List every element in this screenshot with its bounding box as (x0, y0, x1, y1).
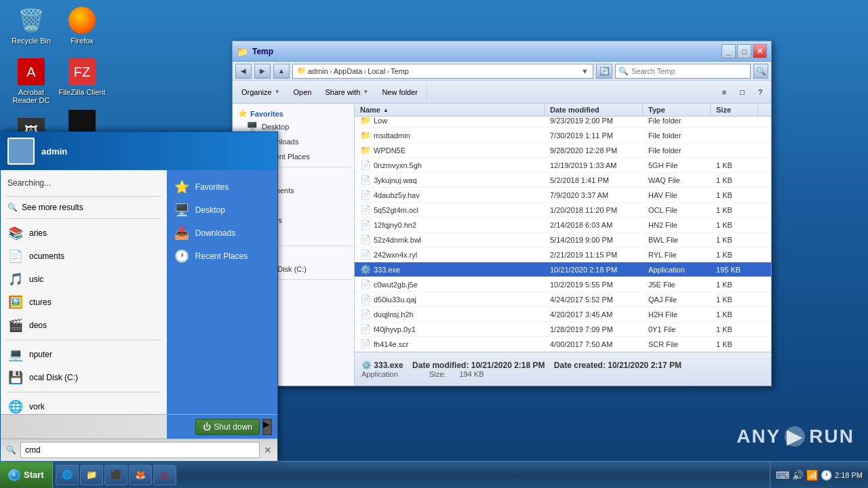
start-right-downloads[interactable]: 📥 Downloads (167, 222, 277, 245)
file-size-cell: 1 KB (711, 191, 758, 199)
ie-icon: 🌐 (62, 470, 73, 481)
file-row-4[interactable]: 📁 WPDN5E 9/28/2020 12:28 PM File folder (355, 143, 771, 158)
svg-point-0 (10, 471, 18, 479)
taskbar-ie-button[interactable]: 🌐 (56, 465, 79, 485)
explorer-window: 📁 Temp _ □ ✕ ◀ ▶ ▲ 📁 admin › AppData › (232, 41, 772, 386)
view-toggle-button[interactable]: □ (734, 83, 751, 101)
start-menu-item-pictures[interactable]: 🖼️ ctures (1, 291, 167, 314)
search-go-button[interactable]: 🔍 (753, 64, 768, 79)
shutdown-arrow-button[interactable]: ▶ (262, 419, 272, 435)
file-row-6[interactable]: 📄 3ykujnuj.waq 5/2/2018 1:41 PM WAQ File… (355, 173, 771, 188)
start-menu-item-computer[interactable]: 💻 nputer (1, 343, 167, 366)
tray-volume-icon[interactable]: 🔊 (792, 470, 804, 481)
file-row-8[interactable]: 📄 5q52gt4m.ocl 1/20/2018 11:20 PM OCL Fi… (355, 203, 771, 218)
file-row-2[interactable]: 📁 Low 9/23/2019 2:00 PM File folder (355, 117, 771, 128)
start-right-desktop[interactable]: 🖥️ Desktop (167, 199, 277, 222)
file-row-7[interactable]: 📄 4daubz5y.hav 7/9/2020 3:37 AM HAV File… (355, 188, 771, 203)
tray-time: 2:18 PM (835, 471, 863, 479)
taskbar-cmd-button[interactable]: ⬛ (104, 465, 127, 485)
file-name-cell: 📄 c0wut2gb.j5e (355, 279, 545, 289)
pictures-sm-icon: 🖼️ (7, 294, 24, 310)
col-header-name[interactable]: Name ▲ (355, 104, 545, 116)
file-row-14[interactable]: 📄 d50iu33u.qaj 4/24/2017 5:52 PM QAJ Fil… (355, 292, 771, 307)
name-sort-arrow-icon: ▲ (383, 107, 389, 113)
file-row-3[interactable]: 📁 msdtadmin 7/30/2019 1:11 PM File folde… (355, 128, 771, 143)
file-size-cell: 1 KB (711, 325, 758, 333)
new-folder-button[interactable]: New folder (376, 83, 424, 101)
clear-search-icon[interactable]: ✕ (264, 445, 272, 455)
start-right-favorites[interactable]: ⭐ Favorites (167, 176, 277, 199)
start-menu-item-documents[interactable]: 📄 ocuments (1, 245, 167, 268)
col-header-date[interactable]: Date modified (545, 104, 643, 116)
start-right-recent[interactable]: 🕐 Recent Places (167, 245, 277, 268)
file-date-cell: 5/2/2018 1:41 PM (545, 176, 643, 184)
up-button[interactable]: ▲ (273, 64, 290, 79)
file-row-13[interactable]: 📄 c0wut2gb.j5e 10/2/2019 5:55 PM J5E Fil… (355, 277, 771, 292)
desktop-icon-acrobat[interactable]: A Acrobat Reader DC (7, 58, 56, 104)
desktop-icon-firefox[interactable]: Firefox (58, 7, 106, 45)
start-search-input[interactable] (20, 442, 260, 458)
file-type-text: WAQ File (648, 176, 680, 184)
file-name-text: 3ykujnuj.waq (374, 176, 417, 184)
breadcrumb-appdata: AppData (334, 67, 363, 75)
start-button[interactable]: Start (0, 462, 53, 488)
file-size-text: 1 KB (716, 221, 732, 229)
minimize-button[interactable]: _ (722, 44, 736, 58)
start-menu-item-local-disk[interactable]: 💾 ocal Disk (C:) (1, 366, 167, 389)
file-date-text: 10/21/2020 2:18 PM (550, 266, 617, 274)
start-menu-item-music[interactable]: 🎵 usic (1, 268, 167, 291)
share-with-button[interactable]: Share with ▼ (319, 83, 374, 101)
shutdown-button[interactable]: ⏻ Shut down (195, 419, 260, 435)
desktop-icon-filezilla[interactable]: FZ FileZilla Client (58, 58, 106, 96)
address-box[interactable]: 📁 admin › AppData › Local › Temp ▼ (292, 64, 593, 79)
file-type-icon: ⚙️ (360, 264, 371, 274)
anyrun-play-symbol: ▶ (787, 426, 803, 448)
file-row-11[interactable]: 📄 242wxn4x.ryl 2/21/2019 11:15 PM RYL Fi… (355, 247, 771, 262)
file-name-text: WPDN5E (374, 146, 406, 155)
taskbar-firefox-button[interactable]: 🦊 (129, 465, 152, 485)
file-row-5[interactable]: 📄 0nzmvyxn.5gh 12/19/2019 1:33 AM 5GH Fi… (355, 158, 771, 173)
organize-button[interactable]: Organize ▼ (235, 83, 286, 101)
forward-button[interactable]: ▶ (254, 64, 271, 79)
start-search-icon: 🔍 (6, 445, 16, 455)
see-more-results[interactable]: 🔍 See more results (1, 199, 167, 216)
breadcrumb-local: Local (368, 67, 385, 75)
open-button[interactable]: Open (288, 83, 318, 101)
file-name-text: Low (374, 117, 387, 125)
desktop-icon-recycle-bin[interactable]: 🗑️ Recycle Bin (7, 7, 56, 45)
file-row-17[interactable]: 📄 fh414e.scr 4/00/2017 7:50 AM SCR File … (355, 337, 771, 352)
file-name-cell: 📄 52z4dnmk.bwl (355, 235, 545, 245)
search-input[interactable] (631, 67, 747, 75)
favorites-section[interactable]: ⭐ Favorites (235, 106, 351, 119)
file-row-9[interactable]: 📄 12fqjny0.hn2 2/14/2018 6:03 AM HN2 Fil… (355, 218, 771, 232)
maximize-button[interactable]: □ (737, 44, 751, 58)
view-options-button[interactable]: ≡ (716, 83, 732, 101)
col-header-type[interactable]: Type (643, 104, 711, 116)
tray-network-icon[interactable]: 📶 (806, 470, 818, 481)
desktop: 🗑️ Recycle Bin A Acrobat Reader DC 🖼 sen… (0, 0, 868, 488)
file-row-15[interactable]: 📄 duqjlnsj.h2h 4/20/2017 3:45 AM H2H Fil… (355, 307, 771, 322)
file-row-12[interactable]: ⚙️ 333.exe 10/21/2020 2:18 PM Applicatio… (355, 262, 771, 277)
col-header-size[interactable]: Size (711, 104, 758, 116)
back-button[interactable]: ◀ (235, 64, 252, 79)
file-date-text: 4/20/2017 3:45 AM (550, 310, 612, 319)
explorer-taskbar-icon: 📁 (86, 470, 97, 481)
help-button[interactable]: ? (752, 83, 768, 101)
address-dropdown-icon[interactable]: ▼ (581, 67, 589, 75)
file-row-10[interactable]: 📄 52z4dnmk.bwl 5/14/2019 9:00 PM BWL Fil… (355, 232, 771, 247)
search-box[interactable]: 🔍 (615, 64, 751, 79)
tray-keyboard-icon[interactable]: ⌨ (776, 470, 789, 481)
start-search-area (1, 424, 193, 430)
file-date-cell: 9/28/2020 12:28 PM (545, 146, 643, 155)
new-folder-label: New folder (382, 88, 418, 96)
start-menu-item-libraries[interactable]: 📚 aries (1, 222, 167, 245)
close-button[interactable]: ✕ (753, 44, 767, 58)
file-name-cell: 📄 242wxn4x.ryl (355, 249, 545, 260)
start-menu-item-videos[interactable]: 🎬 deos (1, 314, 167, 337)
refresh-button[interactable]: 🔄 (596, 64, 612, 79)
taskbar-explorer-button[interactable]: 📁 (80, 465, 103, 485)
file-name-cell: 📄 fh414e.scr (355, 339, 545, 349)
file-row-16[interactable]: 📄 f40jhyvp.0y1 1/28/2019 7:09 PM 0Y1 Fil… (355, 322, 771, 337)
start-menu-item-network[interactable]: 🌐 vork (1, 395, 167, 418)
taskbar-warning-button[interactable]: ⚠ (153, 465, 176, 485)
